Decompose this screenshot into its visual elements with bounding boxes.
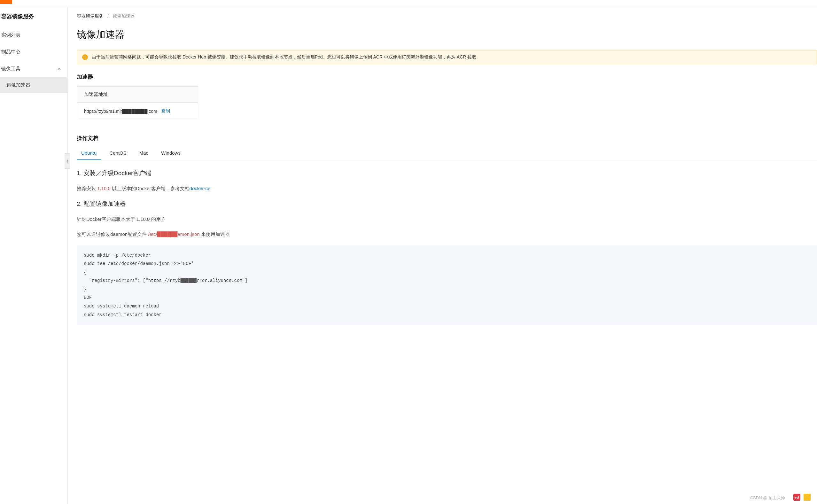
copy-button[interactable]: 复制 — [161, 108, 170, 114]
sidebar-collapse-button[interactable] — [65, 153, 70, 169]
logo — [0, 0, 12, 4]
step2-title: 2. 配置镜像加速器 — [77, 200, 817, 208]
docs-tabs: Ubuntu CentOS Mac Windows — [77, 148, 817, 160]
docker-ce-link[interactable]: docker-ce — [190, 186, 211, 191]
tab-ubuntu[interactable]: Ubuntu — [77, 148, 101, 160]
code-block[interactable]: sudo mkdir -p /etc/docker sudo tee /etc/… — [77, 245, 817, 325]
step2-line2: 您可以通过修改daemon配置文件 /etc/██████emon.json 来… — [77, 230, 817, 238]
breadcrumb-root[interactable]: 容器镜像服务 — [77, 13, 104, 19]
sidebar-subitem-label: 镜像加速器 — [6, 82, 30, 88]
step1-text: 推荐安装 1.10.0 以上版本的Docker客户端，参考文档docker-ce — [77, 184, 817, 193]
sidebar-item-instances[interactable]: 实例列表 — [0, 27, 67, 43]
sidebar-item-tools[interactable]: 镜像工具 — [0, 60, 67, 77]
step1-title: 1. 安装／升级Docker客户端 — [77, 169, 817, 177]
alert-banner: ! 由于当前运营商网络问题，可能会导致您拉取 Docker Hub 镜像变慢。建… — [77, 50, 817, 64]
docs-section-title: 操作文档 — [77, 135, 817, 142]
main-content: 容器镜像服务 / 镜像加速器 镜像加速器 ! 由于当前运营商网络问题，可能会导致… — [68, 6, 817, 504]
breadcrumb: 容器镜像服务 / 镜像加速器 — [77, 13, 817, 19]
sidebar: 容器镜像服务 实例列表 制品中心 镜像工具 镜像加速器 — [0, 6, 68, 504]
accelerator-body: https://rzyb9rs1.mir████████.com 复制 — [77, 103, 198, 120]
accelerator-url: https://rzyb9rs1.mir████████.com — [84, 109, 157, 114]
breadcrumb-current: 镜像加速器 — [113, 13, 135, 19]
sidebar-subitem-accelerator[interactable]: 镜像加速器 — [0, 77, 67, 93]
watermark: CSDN @ 顶山大师 — [750, 495, 785, 501]
tray-folder-icon[interactable] — [804, 494, 811, 501]
breadcrumb-separator: / — [107, 13, 109, 19]
top-header — [0, 0, 817, 6]
warning-icon: ! — [82, 54, 88, 60]
sidebar-item-products[interactable]: 制品中心 — [0, 43, 67, 60]
accelerator-header: 加速器地址 — [77, 87, 198, 103]
sidebar-item-label: 实例列表 — [1, 32, 20, 38]
config-path: /etc/██████emon.json — [148, 231, 199, 237]
tab-centos[interactable]: CentOS — [105, 148, 131, 160]
chevron-left-icon — [66, 159, 69, 163]
step2-line1: 针对Docker客户端版本大于 1.10.0 的用户 — [77, 215, 817, 223]
sidebar-title: 容器镜像服务 — [0, 6, 67, 27]
tab-mac[interactable]: Mac — [135, 148, 153, 160]
alert-text: 由于当前运营商网络问题，可能会导致您拉取 Docker Hub 镜像变慢。建议您… — [92, 54, 476, 60]
sidebar-item-label: 制品中心 — [1, 49, 20, 55]
chevron-up-icon — [57, 67, 61, 71]
accelerator-section-title: 加速器 — [77, 73, 817, 81]
page-title: 镜像加速器 — [77, 28, 817, 41]
tray-icons: yd — [793, 494, 811, 501]
accelerator-box: 加速器地址 https://rzyb9rs1.mir████████.com 复… — [77, 86, 198, 120]
tab-windows[interactable]: Windows — [157, 148, 185, 160]
tray-yd-icon[interactable]: yd — [793, 494, 800, 501]
version-highlight: 1.10.0 — [97, 186, 111, 191]
sidebar-item-label: 镜像工具 — [1, 66, 20, 72]
